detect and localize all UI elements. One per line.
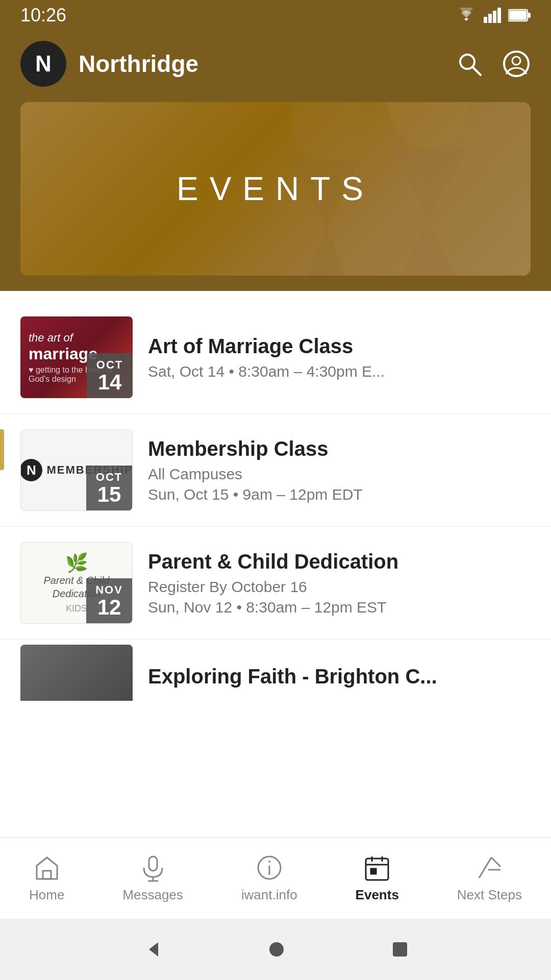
banner-title: EVENTS <box>177 170 374 208</box>
parent-day: 12 <box>94 597 124 618</box>
svg-marker-28 <box>149 942 158 957</box>
events-list-container: the art of marriage ♥ getting to the hea… <box>0 291 551 903</box>
bottom-nav: Home Messages iwant.info Events <box>0 837 551 919</box>
svg-point-10 <box>512 57 520 65</box>
membership-title: Membership Class <box>148 437 531 460</box>
event-item-parent-child[interactable]: 🌿 Parent & ChildDedication KIDS NOV 12 P… <box>0 527 551 640</box>
parent-child-subtitle: Register By October 16 <box>148 578 531 596</box>
svg-rect-3 <box>497 8 501 23</box>
parent-child-title: Parent & Child Dedication <box>148 550 531 573</box>
mic-icon <box>139 853 167 882</box>
svg-rect-24 <box>371 869 376 874</box>
nav-messages[interactable]: Messages <box>112 848 193 908</box>
recents-icon <box>390 939 410 960</box>
svg-line-26 <box>491 857 500 867</box>
svg-rect-0 <box>484 17 487 23</box>
svg-line-8 <box>472 67 481 75</box>
page-wrapper: EVENTS <box>0 102 551 291</box>
status-time: 10:26 <box>20 5 66 26</box>
svg-rect-1 <box>488 14 492 23</box>
android-home-icon <box>265 938 288 961</box>
banner-overlay: EVENTS <box>20 102 531 276</box>
app-name: Northridge <box>79 50 198 78</box>
membership-time: Sun, Oct 15 • 9am – 12pm EDT <box>148 486 531 503</box>
nav-iwantinfo-label: iwant.info <box>241 887 297 903</box>
nav-events-label: Events <box>356 887 399 903</box>
event-item-art-of-marriage[interactable]: the art of marriage ♥ getting to the hea… <box>0 301 551 414</box>
header-actions <box>455 50 531 78</box>
svg-rect-2 <box>493 11 496 23</box>
event-thumb-marriage: the art of marriage ♥ getting to the hea… <box>20 316 133 398</box>
art-of-marriage-date-badge: OCT 14 <box>87 353 133 398</box>
parent-child-time: Sun, Nov 12 • 8:30am – 12pm EST <box>148 599 531 616</box>
svg-rect-30 <box>393 942 407 957</box>
nav-home[interactable]: Home <box>19 848 74 908</box>
svg-rect-13 <box>43 871 51 879</box>
info-icon <box>255 853 284 882</box>
search-icon[interactable] <box>455 50 484 78</box>
app-logo: N <box>20 41 66 87</box>
event-list: the art of marriage ♥ getting to the hea… <box>0 291 551 711</box>
battery-icon <box>508 9 531 22</box>
svg-rect-14 <box>149 856 157 871</box>
exploring-faith-info: Exploring Faith - Brighton C... <box>148 655 531 688</box>
android-home[interactable] <box>265 938 288 961</box>
nav-events[interactable]: Events <box>345 848 409 908</box>
back-icon <box>141 938 163 961</box>
marriage-text-line1: the art of <box>29 331 124 345</box>
app-header: N Northridge <box>0 31 551 102</box>
event-item-membership[interactable]: N MEMBERSHIP OCT 15 Membership Class All… <box>0 414 551 527</box>
android-nav <box>0 919 551 980</box>
art-of-marriage-title: Art of Marriage Class <box>148 335 531 358</box>
nav-messages-label: Messages <box>122 887 183 903</box>
parent-date-badge: NOV 12 <box>86 578 132 623</box>
svg-rect-6 <box>509 11 527 20</box>
exploring-faith-title: Exploring Faith - Brighton C... <box>148 660 531 688</box>
membership-info: Membership Class All Campuses Sun, Oct 1… <box>148 437 531 503</box>
parent-child-info: Parent & Child Dedication Register By Oc… <box>148 550 531 616</box>
events-banner: EVENTS <box>20 102 531 276</box>
nav-iwantinfo[interactable]: iwant.info <box>231 848 308 908</box>
event-thumb-membership: N MEMBERSHIP OCT 15 <box>20 429 133 511</box>
android-back[interactable] <box>141 938 163 961</box>
art-of-marriage-info: Art of Marriage Class Sat, Oct 14 • 8:30… <box>148 335 531 380</box>
event-thumb-parent: 🌿 Parent & ChildDedication KIDS NOV 12 <box>20 542 133 624</box>
art-of-marriage-day: 14 <box>95 372 124 393</box>
membership-yellow-accent <box>0 429 4 470</box>
nav-home-label: Home <box>29 887 64 903</box>
nextsteps-icon <box>475 853 504 882</box>
event-item-exploring-faith[interactable]: Exploring Faith - Brighton C... <box>0 640 551 701</box>
svg-line-25 <box>479 857 491 878</box>
nav-nextsteps-label: Next Steps <box>457 887 522 903</box>
membership-subtitle: All Campuses <box>148 465 531 483</box>
profile-icon[interactable] <box>502 50 531 78</box>
android-recents[interactable] <box>390 939 410 960</box>
svg-rect-20 <box>366 859 388 880</box>
header-left: N Northridge <box>20 41 198 87</box>
status-icons <box>456 8 531 23</box>
home-icon <box>33 853 61 882</box>
status-bar: 10:26 <box>0 0 551 31</box>
membership-n-logo: N <box>20 459 42 481</box>
signal-icon <box>484 8 501 23</box>
svg-point-19 <box>268 861 270 863</box>
nav-nextsteps[interactable]: Next Steps <box>447 848 532 908</box>
event-thumb-exploring <box>20 645 133 701</box>
svg-point-29 <box>269 942 284 957</box>
parent-leaf-icon: 🌿 <box>44 552 110 574</box>
wifi-icon <box>456 8 477 23</box>
membership-day: 15 <box>94 484 124 505</box>
calendar-icon <box>363 853 391 882</box>
membership-date-badge: OCT 15 <box>86 465 132 510</box>
art-of-marriage-time: Sat, Oct 14 • 8:30am – 4:30pm E... <box>148 363 531 380</box>
svg-rect-5 <box>528 13 531 18</box>
